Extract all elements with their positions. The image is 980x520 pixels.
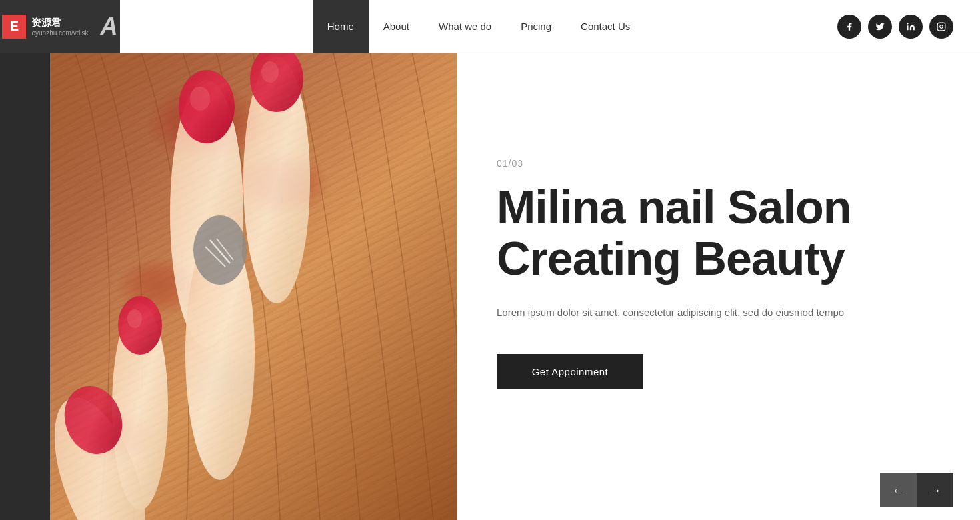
cta-button[interactable]: Get Appoinment: [497, 354, 643, 389]
social-icons: [837, 15, 953, 39]
nav-home[interactable]: Home: [313, 0, 369, 53]
svg-rect-1: [937, 23, 945, 31]
slide-counter: 01/03: [497, 158, 940, 169]
prev-arrow[interactable]: ←: [880, 473, 917, 507]
slide-navigation: ← →: [880, 473, 953, 507]
dark-sidebar: [0, 0, 50, 520]
instagram-icon[interactable]: [929, 15, 953, 39]
logo-sub-text: eyunzhu.com/vdisk: [31, 29, 88, 37]
svg-point-9: [261, 61, 279, 83]
nav-about[interactable]: About: [369, 0, 424, 53]
logo[interactable]: E 资源君 eyunzhu.com/vdisk A: [0, 0, 120, 53]
svg-point-11: [193, 215, 247, 285]
linkedin-icon[interactable]: [899, 15, 923, 39]
svg-point-0: [907, 23, 908, 24]
twitter-icon[interactable]: [868, 15, 892, 39]
main-nav: Home About What we do Pricing Contact Us: [313, 0, 645, 53]
hero-image: [0, 0, 457, 520]
svg-point-16: [118, 296, 162, 355]
logo-decorative: A: [101, 13, 118, 41]
next-arrow[interactable]: →: [917, 473, 953, 507]
hero-description: Lorem ipsum dolor sit amet, consectetur …: [497, 305, 940, 321]
nav-contact[interactable]: Contact Us: [566, 0, 645, 53]
nav-what-we-do[interactable]: What we do: [424, 0, 506, 53]
nav-pricing[interactable]: Pricing: [506, 0, 566, 53]
main-content: 01/03 Milina nail Salon Creating Beauty …: [0, 0, 980, 520]
nail-art-svg: [0, 0, 457, 520]
logo-icon: E: [2, 15, 26, 39]
facebook-icon[interactable]: [837, 15, 861, 39]
hero-title: Milina nail Salon Creating Beauty: [497, 182, 940, 285]
header: E 资源君 eyunzhu.com/vdisk A Home About Wha…: [0, 0, 980, 53]
hero-content: 01/03 Milina nail Salon Creating Beauty …: [457, 0, 980, 520]
logo-text: 资源君 eyunzhu.com/vdisk: [31, 17, 88, 37]
logo-main-text: 资源君: [31, 17, 88, 29]
svg-point-17: [127, 309, 142, 328]
svg-point-6: [190, 87, 210, 111]
